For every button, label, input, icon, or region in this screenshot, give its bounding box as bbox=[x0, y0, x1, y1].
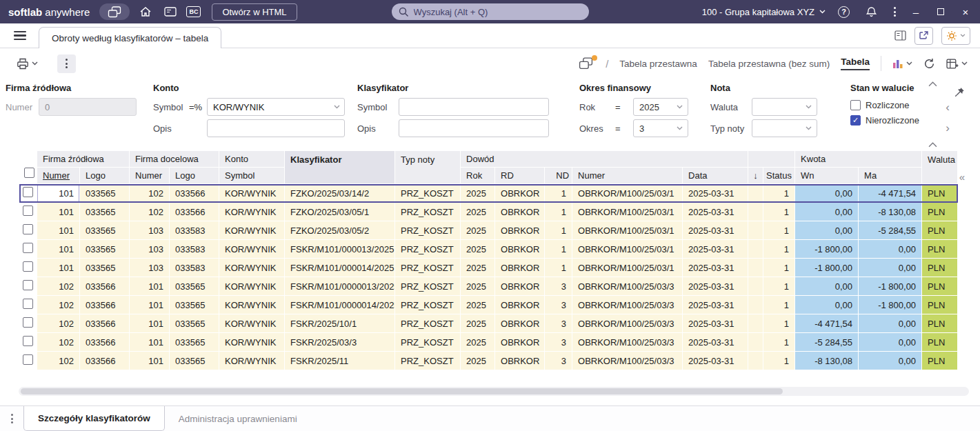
cell-status[interactable]: 1 bbox=[763, 333, 795, 352]
view-tabela[interactable]: Tabela bbox=[841, 57, 870, 70]
row-checkbox[interactable] bbox=[23, 299, 33, 309]
cell-firma-zrodlowa-logo[interactable]: 033566 bbox=[80, 277, 130, 296]
cell-data[interactable]: 2025-03-31 bbox=[683, 240, 748, 259]
tab-administracja-uprawnieniami[interactable]: Administracja uprawnieniami bbox=[165, 406, 311, 431]
cell-firma-docelowa-logo[interactable]: 033565 bbox=[170, 296, 219, 314]
cell-dowod-numer[interactable]: OBRKOR/M100/25/03/1 bbox=[572, 221, 683, 240]
layout-button[interactable] bbox=[579, 57, 593, 70]
cell-data[interactable]: 2025-03-31 bbox=[683, 333, 748, 352]
cell-ma[interactable]: 0,00 bbox=[859, 240, 922, 259]
cell-data[interactable]: 2025-03-31 bbox=[683, 259, 748, 277]
cell-data[interactable]: 2025-03-31 bbox=[683, 277, 748, 296]
cell-waluta[interactable]: PLN bbox=[922, 296, 958, 314]
col-wn[interactable]: Wn bbox=[795, 168, 859, 184]
table-row[interactable]: 101033565103033583KOR/WYNIKFSKR/M101/000… bbox=[19, 240, 958, 259]
cell-status[interactable]: 1 bbox=[763, 296, 795, 314]
col-data[interactable]: Data bbox=[683, 168, 748, 184]
cell-ma[interactable]: 0,00 bbox=[859, 259, 922, 277]
operator[interactable]: = bbox=[615, 123, 633, 134]
table-row[interactable]: 101033565102033566KOR/WYNIKFZKO/2025/03/… bbox=[19, 203, 958, 221]
overflow-menu-button[interactable] bbox=[892, 6, 897, 18]
table-row[interactable]: 102033566101033565KOR/WYNIKFSKR/2025/11P… bbox=[19, 352, 958, 370]
cell-typ-noty[interactable]: PRZ_KOSZT bbox=[395, 221, 461, 240]
stan-option[interactable]: Rozliczone bbox=[850, 98, 947, 112]
cell-rd[interactable]: OBRKOR bbox=[495, 203, 545, 221]
cell-nd[interactable]: 3 bbox=[545, 352, 572, 370]
cell-wn[interactable]: -4 471,54 bbox=[795, 314, 859, 333]
cell-data[interactable]: 2025-03-31 bbox=[683, 184, 748, 203]
scrollbar-thumb[interactable] bbox=[21, 388, 783, 394]
checkbox[interactable] bbox=[850, 100, 861, 110]
row-checkbox[interactable] bbox=[23, 206, 33, 216]
cell-klasyfikator[interactable]: FSKR/2025/03/3 bbox=[285, 333, 395, 352]
cell-waluta[interactable]: PLN bbox=[922, 221, 958, 240]
cell-status[interactable]: 1 bbox=[763, 184, 795, 203]
cell-wn[interactable]: 0,00 bbox=[795, 221, 859, 240]
cell-konto-symbol[interactable]: KOR/WYNIK bbox=[219, 221, 285, 240]
cell-data[interactable]: 2025-03-31 bbox=[683, 352, 748, 370]
rok-select[interactable]: 2025 bbox=[633, 98, 688, 116]
cell-firma-docelowa-numer[interactable]: 103 bbox=[130, 259, 170, 277]
chart-button[interactable] bbox=[892, 59, 912, 68]
collapse-filters-button[interactable] bbox=[928, 81, 937, 87]
cell-nd[interactable]: 3 bbox=[545, 314, 572, 333]
cell-data[interactable]: 2025-03-31 bbox=[683, 296, 748, 314]
select-all-checkbox[interactable] bbox=[24, 168, 34, 178]
cell-konto-symbol[interactable]: KOR/WYNIK bbox=[219, 296, 285, 314]
cell-dowod-numer[interactable]: OBRKOR/M100/25/03/3 bbox=[572, 277, 683, 296]
cell-rok[interactable]: 2025 bbox=[461, 333, 495, 352]
col-rok[interactable]: Rok bbox=[461, 168, 495, 184]
search-input[interactable] bbox=[414, 7, 582, 17]
maximize-button[interactable] bbox=[934, 8, 947, 15]
cell-status[interactable]: 1 bbox=[763, 277, 795, 296]
okres-select[interactable]: 3 bbox=[633, 119, 688, 137]
refresh-button[interactable] bbox=[923, 58, 935, 70]
row-checkbox[interactable] bbox=[23, 336, 33, 346]
cell-typ-noty[interactable]: PRZ_KOSZT bbox=[395, 184, 461, 203]
cell-firma-zrodlowa-numer[interactable]: 102 bbox=[37, 296, 80, 314]
cell-konto-symbol[interactable]: KOR/WYNIK bbox=[219, 277, 285, 296]
cell-firma-zrodlowa-numer[interactable]: 101 bbox=[37, 259, 80, 277]
cell-firma-docelowa-numer[interactable]: 101 bbox=[130, 352, 170, 370]
cell-nd[interactable]: 1 bbox=[545, 240, 572, 259]
cell-klasyfikator[interactable]: FSKR/2025/10/1 bbox=[285, 314, 395, 333]
col-nd[interactable]: ND bbox=[545, 168, 572, 184]
firma-zrodlowa-numer-input[interactable] bbox=[39, 98, 137, 116]
cell-rok[interactable]: 2025 bbox=[461, 240, 495, 259]
cell-firma-docelowa-numer[interactable]: 103 bbox=[130, 221, 170, 240]
cell-rok[interactable]: 2025 bbox=[461, 296, 495, 314]
cell-firma-docelowa-logo[interactable]: 033583 bbox=[170, 221, 219, 240]
cell-firma-zrodlowa-numer[interactable]: 101 bbox=[37, 221, 80, 240]
cell-typ-noty[interactable]: PRZ_KOSZT bbox=[395, 203, 461, 221]
notifications-button[interactable] bbox=[862, 3, 880, 21]
cell-wn[interactable]: 0,00 bbox=[795, 184, 859, 203]
cell-nd[interactable]: 1 bbox=[545, 259, 572, 277]
group-konto[interactable]: Konto bbox=[219, 151, 285, 168]
cell-dowod-numer[interactable]: OBRKOR/M100/25/03/3 bbox=[572, 333, 683, 352]
cell-rd[interactable]: OBRKOR bbox=[495, 333, 545, 352]
cell-klasyfikator[interactable]: FZKO/2025/03/14/2 bbox=[285, 184, 395, 203]
cell-rd[interactable]: OBRKOR bbox=[495, 296, 545, 314]
cell-wn[interactable]: -5 284,55 bbox=[795, 333, 859, 352]
row-checkbox[interactable] bbox=[23, 280, 33, 290]
table-row[interactable]: 102033566101033565KOR/WYNIKFSKR/2025/03/… bbox=[19, 333, 958, 352]
group-firma-zrodlowa[interactable]: Firma źródłowa bbox=[37, 151, 130, 168]
konto-opis-input[interactable] bbox=[207, 119, 345, 137]
cell-typ-noty[interactable]: PRZ_KOSZT bbox=[395, 277, 461, 296]
cell-ma[interactable]: 0,00 bbox=[859, 352, 922, 370]
cell-sort-spacer[interactable] bbox=[748, 184, 763, 203]
operator[interactable]: = bbox=[615, 102, 633, 112]
cell-rd[interactable]: OBRKOR bbox=[495, 221, 545, 240]
cell-nd[interactable]: 3 bbox=[545, 296, 572, 314]
cell-dowod-numer[interactable]: OBRKOR/M100/25/03/1 bbox=[572, 184, 683, 203]
cell-nd[interactable]: 3 bbox=[545, 333, 572, 352]
group-klasyfikator[interactable]: Klasyfikator bbox=[285, 151, 395, 184]
cell-waluta[interactable]: PLN bbox=[922, 184, 958, 203]
col-ma[interactable]: Ma bbox=[859, 168, 922, 184]
cell-firma-docelowa-numer[interactable]: 101 bbox=[130, 314, 170, 333]
global-search[interactable] bbox=[392, 3, 589, 20]
col-firma-docelowa-logo[interactable]: Logo bbox=[170, 168, 219, 184]
side-panel-button[interactable] bbox=[894, 30, 906, 41]
cell-typ-noty[interactable]: PRZ_KOSZT bbox=[395, 259, 461, 277]
col-konto-symbol[interactable]: Symbol bbox=[219, 168, 285, 184]
